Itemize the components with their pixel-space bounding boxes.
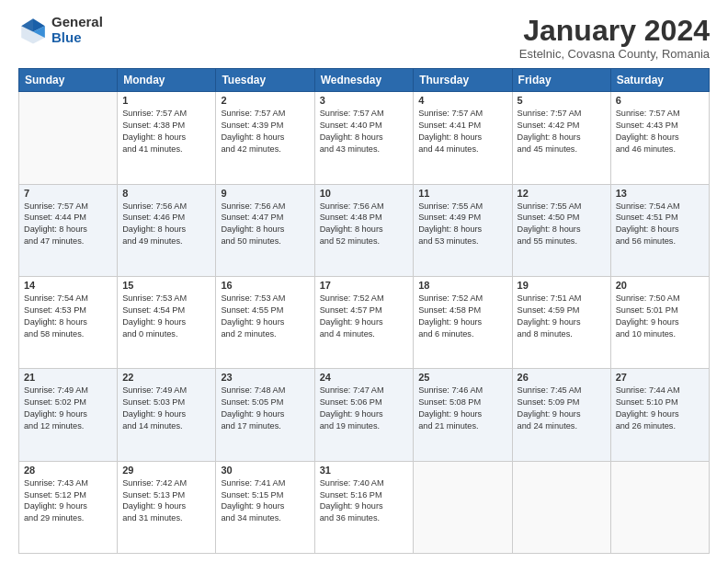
day-info: Sunrise: 7:57 AM Sunset: 4:41 PM Dayligh…: [418, 108, 506, 155]
calendar-header-row: SundayMondayTuesdayWednesdayThursdayFrid…: [19, 69, 710, 92]
calendar-week-2: 7Sunrise: 7:57 AM Sunset: 4:44 PM Daylig…: [19, 184, 710, 276]
calendar-cell: 6Sunrise: 7:57 AM Sunset: 4:43 PM Daylig…: [610, 92, 709, 184]
calendar-cell: 17Sunrise: 7:52 AM Sunset: 4:57 PM Dayli…: [314, 276, 414, 368]
day-number: 8: [122, 188, 210, 199]
calendar-cell: 13Sunrise: 7:54 AM Sunset: 4:51 PM Dayli…: [610, 184, 709, 276]
logo-general: General: [51, 15, 103, 30]
calendar-week-1: 1Sunrise: 7:57 AM Sunset: 4:38 PM Daylig…: [19, 92, 710, 184]
calendar-cell: [19, 92, 118, 184]
day-info: Sunrise: 7:45 AM Sunset: 5:09 PM Dayligh…: [518, 385, 606, 432]
calendar-cell: 14Sunrise: 7:54 AM Sunset: 4:53 PM Dayli…: [19, 276, 118, 368]
day-header-monday: Monday: [118, 69, 216, 92]
calendar-cell: 15Sunrise: 7:53 AM Sunset: 4:54 PM Dayli…: [118, 276, 216, 368]
calendar-week-3: 14Sunrise: 7:54 AM Sunset: 4:53 PM Dayli…: [19, 276, 710, 368]
logo-blue: Blue: [51, 30, 103, 46]
calendar-cell: 3Sunrise: 7:57 AM Sunset: 4:40 PM Daylig…: [314, 92, 414, 184]
day-number: 24: [320, 372, 409, 383]
day-number: 19: [518, 280, 606, 291]
month-title: January 2024: [519, 15, 710, 47]
day-number: 28: [24, 465, 112, 476]
day-info: Sunrise: 7:48 AM Sunset: 5:05 PM Dayligh…: [221, 385, 309, 432]
day-header-saturday: Saturday: [610, 69, 709, 92]
day-info: Sunrise: 7:57 AM Sunset: 4:38 PM Dayligh…: [122, 108, 210, 155]
day-number: 25: [418, 372, 506, 383]
day-number: 1: [122, 95, 210, 106]
day-number: 29: [122, 465, 210, 476]
calendar-cell: 30Sunrise: 7:41 AM Sunset: 5:15 PM Dayli…: [216, 461, 314, 553]
day-info: Sunrise: 7:53 AM Sunset: 4:55 PM Dayligh…: [221, 293, 309, 340]
day-info: Sunrise: 7:56 AM Sunset: 4:46 PM Dayligh…: [122, 201, 210, 248]
calendar-cell: 10Sunrise: 7:56 AM Sunset: 4:48 PM Dayli…: [314, 184, 414, 276]
calendar-cell: [414, 461, 512, 553]
day-number: 21: [24, 372, 112, 383]
day-info: Sunrise: 7:52 AM Sunset: 4:57 PM Dayligh…: [320, 293, 409, 340]
day-info: Sunrise: 7:55 AM Sunset: 4:50 PM Dayligh…: [518, 201, 606, 248]
day-header-friday: Friday: [512, 69, 610, 92]
day-info: Sunrise: 7:55 AM Sunset: 4:49 PM Dayligh…: [418, 201, 506, 248]
page: General Blue January 2024 Estelnic, Cova…: [0, 0, 728, 563]
day-info: Sunrise: 7:57 AM Sunset: 4:42 PM Dayligh…: [518, 108, 606, 155]
calendar: SundayMondayTuesdayWednesdayThursdayFrid…: [18, 68, 710, 554]
calendar-cell: 25Sunrise: 7:46 AM Sunset: 5:08 PM Dayli…: [414, 369, 512, 461]
day-number: 15: [122, 280, 210, 291]
day-number: 22: [122, 372, 210, 383]
day-header-sunday: Sunday: [19, 69, 118, 92]
day-info: Sunrise: 7:56 AM Sunset: 4:47 PM Dayligh…: [221, 201, 309, 248]
day-info: Sunrise: 7:40 AM Sunset: 5:16 PM Dayligh…: [320, 477, 409, 525]
calendar-cell: 23Sunrise: 7:48 AM Sunset: 5:05 PM Dayli…: [216, 369, 314, 461]
day-info: Sunrise: 7:44 AM Sunset: 5:10 PM Dayligh…: [616, 385, 704, 432]
calendar-cell: 26Sunrise: 7:45 AM Sunset: 5:09 PM Dayli…: [512, 369, 610, 461]
day-number: 2: [221, 95, 309, 106]
calendar-cell: 2Sunrise: 7:57 AM Sunset: 4:39 PM Daylig…: [216, 92, 314, 184]
calendar-cell: 5Sunrise: 7:57 AM Sunset: 4:42 PM Daylig…: [512, 92, 610, 184]
day-info: Sunrise: 7:57 AM Sunset: 4:39 PM Dayligh…: [221, 108, 309, 155]
calendar-cell: 20Sunrise: 7:50 AM Sunset: 5:01 PM Dayli…: [610, 276, 709, 368]
day-info: Sunrise: 7:42 AM Sunset: 5:13 PM Dayligh…: [122, 477, 210, 525]
day-info: Sunrise: 7:46 AM Sunset: 5:08 PM Dayligh…: [418, 385, 506, 432]
day-header-wednesday: Wednesday: [314, 69, 414, 92]
day-number: 18: [418, 280, 506, 291]
calendar-cell: 29Sunrise: 7:42 AM Sunset: 5:13 PM Dayli…: [118, 461, 216, 553]
day-info: Sunrise: 7:56 AM Sunset: 4:48 PM Dayligh…: [320, 201, 409, 248]
calendar-cell: 1Sunrise: 7:57 AM Sunset: 4:38 PM Daylig…: [118, 92, 216, 184]
day-number: 11: [418, 188, 506, 199]
day-number: 7: [24, 188, 112, 199]
day-number: 4: [418, 95, 506, 106]
day-number: 23: [221, 372, 309, 383]
day-info: Sunrise: 7:54 AM Sunset: 4:51 PM Dayligh…: [616, 201, 704, 248]
day-info: Sunrise: 7:57 AM Sunset: 4:43 PM Dayligh…: [616, 108, 704, 155]
calendar-cell: [610, 461, 709, 553]
day-info: Sunrise: 7:49 AM Sunset: 5:03 PM Dayligh…: [122, 385, 210, 432]
calendar-cell: 19Sunrise: 7:51 AM Sunset: 4:59 PM Dayli…: [512, 276, 610, 368]
calendar-cell: 28Sunrise: 7:43 AM Sunset: 5:12 PM Dayli…: [19, 461, 118, 553]
day-number: 26: [518, 372, 606, 383]
title-block: January 2024 Estelnic, Covasna County, R…: [519, 15, 710, 61]
calendar-cell: 8Sunrise: 7:56 AM Sunset: 4:46 PM Daylig…: [118, 184, 216, 276]
day-number: 10: [320, 188, 409, 199]
day-number: 3: [320, 95, 409, 106]
calendar-week-5: 28Sunrise: 7:43 AM Sunset: 5:12 PM Dayli…: [19, 461, 710, 553]
day-number: 14: [24, 280, 112, 291]
day-number: 20: [616, 280, 704, 291]
day-number: 13: [616, 188, 704, 199]
day-number: 17: [320, 280, 409, 291]
day-header-thursday: Thursday: [414, 69, 512, 92]
day-number: 5: [518, 95, 606, 106]
day-number: 12: [518, 188, 606, 199]
logo-text: General Blue: [51, 15, 103, 45]
day-info: Sunrise: 7:49 AM Sunset: 5:02 PM Dayligh…: [24, 385, 112, 432]
calendar-cell: 22Sunrise: 7:49 AM Sunset: 5:03 PM Dayli…: [118, 369, 216, 461]
calendar-cell: 21Sunrise: 7:49 AM Sunset: 5:02 PM Dayli…: [19, 369, 118, 461]
day-number: 9: [221, 188, 309, 199]
calendar-cell: 18Sunrise: 7:52 AM Sunset: 4:58 PM Dayli…: [414, 276, 512, 368]
calendar-cell: 27Sunrise: 7:44 AM Sunset: 5:10 PM Dayli…: [610, 369, 709, 461]
day-number: 31: [320, 465, 409, 476]
header: General Blue January 2024 Estelnic, Cova…: [18, 15, 710, 61]
calendar-cell: 4Sunrise: 7:57 AM Sunset: 4:41 PM Daylig…: [414, 92, 512, 184]
day-info: Sunrise: 7:47 AM Sunset: 5:06 PM Dayligh…: [320, 385, 409, 432]
calendar-cell: 12Sunrise: 7:55 AM Sunset: 4:50 PM Dayli…: [512, 184, 610, 276]
location: Estelnic, Covasna County, Romania: [519, 47, 710, 61]
day-info: Sunrise: 7:51 AM Sunset: 4:59 PM Dayligh…: [518, 293, 606, 340]
calendar-cell: 24Sunrise: 7:47 AM Sunset: 5:06 PM Dayli…: [314, 369, 414, 461]
calendar-cell: 31Sunrise: 7:40 AM Sunset: 5:16 PM Dayli…: [314, 461, 414, 553]
